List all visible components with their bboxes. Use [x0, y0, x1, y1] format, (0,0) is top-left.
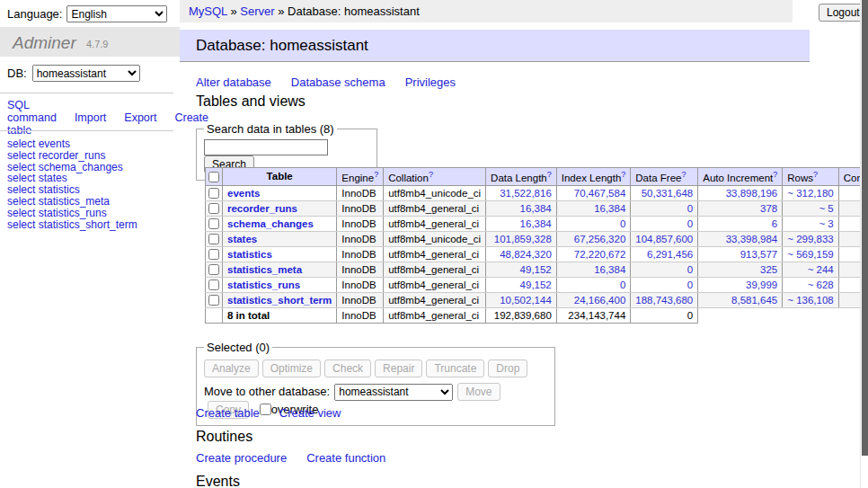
- row-checkbox-schema_changes[interactable]: [208, 218, 219, 229]
- row-checkbox-statistics_runs[interactable]: [208, 279, 219, 290]
- hint-link[interactable]: ?: [681, 170, 686, 179]
- rows-link[interactable]: ~ 299,833: [787, 234, 833, 244]
- auto-increment-link[interactable]: 325: [760, 264, 777, 275]
- hint-link[interactable]: ?: [621, 170, 625, 179]
- scrollbar-thumb[interactable]: [862, 0, 868, 456]
- sidebar-action-sql-command[interactable]: SQL command: [7, 99, 57, 124]
- auto-increment-link[interactable]: 913,577: [740, 249, 778, 260]
- row-checkbox-events[interactable]: [208, 188, 219, 199]
- app-brand: Adminer 4.7.9: [0, 27, 180, 57]
- auto-increment-link[interactable]: 33,898,196: [726, 188, 778, 199]
- rows-link[interactable]: ~ 628: [808, 279, 834, 290]
- data-free-link[interactable]: 0: [687, 203, 693, 214]
- data-free-link[interactable]: 50,331,648: [642, 188, 694, 199]
- data-length-link[interactable]: 49,152: [520, 279, 552, 290]
- engine-cell: InnoDB: [337, 246, 384, 262]
- data-free-link[interactable]: 0: [687, 218, 693, 229]
- table-link-statistics_runs[interactable]: statistics_runs: [227, 279, 300, 290]
- truncate-button[interactable]: Truncate: [426, 359, 484, 377]
- sidebar-action-export[interactable]: Export: [124, 111, 156, 124]
- db-select[interactable]: homeassistant: [32, 65, 140, 82]
- move-button[interactable]: Move: [457, 383, 500, 401]
- rows-link[interactable]: ~ 569,159: [787, 249, 833, 260]
- table-link-statistics_meta[interactable]: statistics_meta: [227, 264, 302, 275]
- link-alter-database[interactable]: Alter database: [196, 75, 271, 89]
- link-create-view[interactable]: Create view: [279, 406, 341, 420]
- index-length-link[interactable]: 0: [620, 218, 625, 229]
- data-free-link[interactable]: 6,291,456: [647, 249, 693, 260]
- data-free-link[interactable]: 0: [687, 279, 693, 290]
- index-length-link[interactable]: 72,220,672: [574, 249, 626, 260]
- row-checkbox-statistics[interactable]: [208, 249, 219, 260]
- hint-link[interactable]: ?: [813, 170, 818, 179]
- auto-increment-link[interactable]: 378: [760, 203, 777, 214]
- auto-increment-link[interactable]: 39,999: [746, 279, 777, 290]
- hint-link[interactable]: ?: [773, 170, 777, 179]
- table-link-events[interactable]: events: [227, 188, 260, 199]
- row-checkbox-statistics_meta[interactable]: [208, 264, 219, 275]
- rows-link[interactable]: ~ 5: [819, 203, 833, 214]
- link-create-procedure[interactable]: Create procedure: [196, 451, 287, 465]
- data-length-link[interactable]: 16,384: [520, 203, 552, 214]
- data-length-link[interactable]: 49,152: [520, 264, 552, 275]
- data-length-link[interactable]: 10,502,144: [500, 295, 552, 306]
- data-free-link[interactable]: 188,743,680: [635, 295, 693, 306]
- engine-cell: InnoDB: [337, 277, 384, 292]
- index-length-link[interactable]: 16,384: [594, 264, 625, 275]
- row-checkbox-recorder_runs[interactable]: [208, 203, 219, 214]
- select-all-checkbox[interactable]: [208, 172, 219, 182]
- index-length-link[interactable]: 16,384: [594, 203, 625, 214]
- index-length-link[interactable]: 24,166,400: [574, 295, 626, 306]
- table-name-cell: statistics_runs: [223, 277, 337, 292]
- link-create-table[interactable]: Create table: [196, 406, 260, 420]
- drop-button[interactable]: Drop: [488, 359, 527, 377]
- search-input[interactable]: [204, 139, 328, 155]
- table-link-recorder_runs[interactable]: recorder_runs: [227, 203, 297, 214]
- check-button[interactable]: Check: [324, 359, 371, 377]
- breadcrumb-link[interactable]: MySQL: [189, 4, 227, 18]
- auto-increment-link[interactable]: 8,581,645: [731, 295, 777, 306]
- rows-link[interactable]: ~ 136,108: [787, 295, 833, 306]
- table-link-states[interactable]: states: [227, 234, 257, 244]
- data-length-link[interactable]: 31,522,816: [500, 188, 552, 199]
- data-free-link[interactable]: 0: [687, 264, 693, 275]
- rows-link[interactable]: ~ 3: [819, 218, 833, 229]
- data-free-cell: 188,743,680: [631, 292, 698, 307]
- analyze-button[interactable]: Analyze: [204, 359, 259, 377]
- data-length-link[interactable]: 48,824,320: [500, 249, 552, 260]
- hint-link[interactable]: ?: [429, 170, 433, 179]
- sidebar-item-select-statistics_short_term[interactable]: select statistics_short_term: [7, 218, 137, 231]
- data-length-link[interactable]: 16,384: [520, 218, 552, 229]
- table-name-cell: states: [223, 231, 337, 246]
- link-privileges[interactable]: Privileges: [405, 75, 456, 89]
- table-link-schema_changes[interactable]: schema_changes: [227, 218, 314, 229]
- index-length-link[interactable]: 0: [620, 279, 625, 290]
- repair-button[interactable]: Repair: [375, 359, 422, 377]
- index-length-link[interactable]: 70,467,584: [574, 188, 626, 199]
- vertical-scrollbar[interactable]: [860, 0, 868, 488]
- row-checkbox-states[interactable]: [208, 234, 219, 244]
- data-free-link[interactable]: 104,857,600: [635, 234, 693, 244]
- sidebar-action-import[interactable]: Import: [75, 111, 106, 124]
- table-link-statistics[interactable]: statistics: [227, 249, 272, 260]
- row-checkbox-statistics_short_term[interactable]: [208, 295, 219, 306]
- auto-increment-link[interactable]: 6: [772, 218, 777, 229]
- rows-link[interactable]: ~ 312,180: [787, 188, 833, 199]
- data-length-link[interactable]: 101,859,328: [494, 234, 552, 244]
- link-database-schema[interactable]: Database schema: [291, 75, 385, 89]
- index-length-link[interactable]: 67,256,320: [574, 234, 626, 244]
- rows-link[interactable]: ~ 244: [808, 264, 834, 275]
- move-db-select[interactable]: homeassistant: [334, 384, 453, 401]
- optimize-button[interactable]: Optimize: [262, 359, 321, 377]
- hint-link[interactable]: ?: [547, 170, 552, 179]
- routines-heading: Routines: [196, 429, 252, 445]
- app-version[interactable]: 4.7.9: [86, 39, 108, 49]
- hint-link[interactable]: ?: [374, 170, 378, 179]
- tables-table-head: TableEngine?Collation?Data Length?Index …: [206, 168, 868, 186]
- row-select-cell: [206, 292, 223, 307]
- breadcrumb-link[interactable]: Server: [240, 4, 274, 18]
- table-link-statistics_short_term[interactable]: statistics_short_term: [227, 295, 332, 306]
- link-create-function[interactable]: Create function: [306, 451, 385, 465]
- auto-increment-link[interactable]: 33,398,984: [726, 234, 778, 244]
- collation-cell: utf8mb4_general_ci: [384, 246, 486, 262]
